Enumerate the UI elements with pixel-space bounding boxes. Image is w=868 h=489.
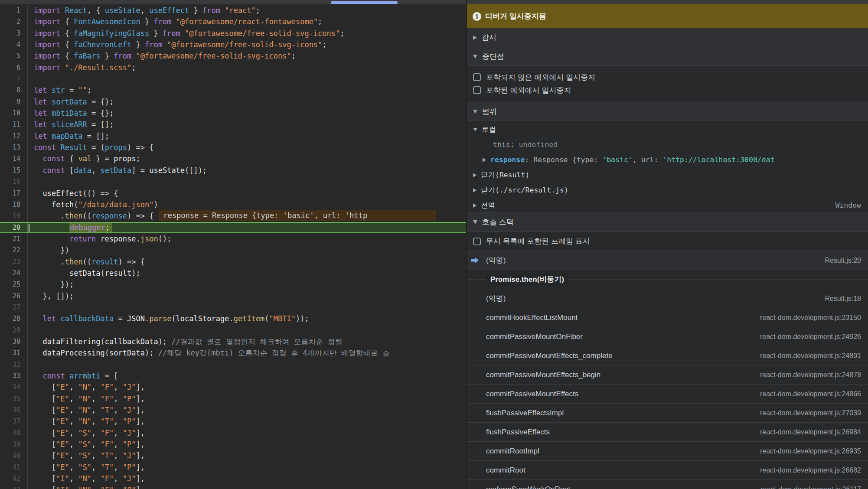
scope-group[interactable]: 닫기(./src/Result.js) bbox=[467, 183, 868, 198]
code-text: dataProcessing(sortData); //해당 key값(mbti… bbox=[28, 347, 467, 359]
code-token: = bbox=[114, 314, 127, 323]
line-number[interactable]: 18 bbox=[0, 199, 28, 210]
section-watch[interactable]: 감시 bbox=[467, 28, 868, 47]
scope-group[interactable]: 닫기(Result) bbox=[467, 167, 868, 183]
call-stack-frame[interactable]: commitHookEffectListMountreact-dom.devel… bbox=[467, 308, 868, 327]
line-number[interactable]: 27 bbox=[0, 302, 28, 313]
call-stack-frame-active[interactable]: (익명)Result.js:20 bbox=[467, 251, 868, 270]
call-stack-frame[interactable]: flushPassiveEffectsImplreact-dom.develop… bbox=[467, 404, 868, 423]
line-number[interactable]: 25 bbox=[0, 279, 28, 290]
line-number[interactable]: 39 bbox=[0, 439, 28, 450]
code-token: import bbox=[34, 29, 65, 38]
line-number[interactable]: 24 bbox=[0, 267, 28, 279]
line-number[interactable]: 12 bbox=[0, 130, 28, 142]
chevron-right-icon bbox=[483, 158, 486, 162]
checkbox-icon[interactable] bbox=[473, 86, 481, 94]
line-number[interactable]: 20 bbox=[0, 223, 28, 232]
line-number[interactable]: 2 bbox=[0, 16, 28, 27]
line-number[interactable]: 23 bbox=[0, 256, 28, 267]
line-number[interactable]: 37 bbox=[0, 416, 28, 427]
code-token: , bbox=[91, 429, 100, 437]
line-number[interactable]: 1 bbox=[0, 5, 28, 16]
ignore-list-checkbox-row[interactable]: 무시 목록에 포함된 프레임 표시 bbox=[467, 232, 868, 251]
line-number[interactable]: 36 bbox=[0, 404, 28, 416]
code-token: "E" bbox=[56, 406, 69, 414]
variable-preview: 'basic' bbox=[602, 156, 633, 164]
line-number[interactable]: 31 bbox=[0, 347, 28, 359]
code-line: 19 .then((response) => {response = Respo… bbox=[0, 210, 467, 222]
line-number[interactable]: 42 bbox=[0, 473, 28, 484]
line-number[interactable]: 28 bbox=[0, 313, 28, 324]
checkbox-icon[interactable] bbox=[473, 73, 481, 81]
code-token: arrmbti bbox=[69, 372, 101, 380]
breakpoint-option[interactable]: 포착되지 않은 예외에서 일시중지 bbox=[467, 71, 868, 84]
line-number[interactable]: 3 bbox=[0, 28, 28, 39]
call-stack-frame[interactable]: performSyncWorkOnRootreact-dom.developme… bbox=[467, 480, 868, 489]
call-stack-frame[interactable]: commitPassiveMountEffects_completereact-… bbox=[467, 346, 868, 365]
line-number[interactable]: 17 bbox=[0, 188, 28, 199]
code-token: val bbox=[78, 154, 91, 163]
scope-group[interactable]: 로컬 bbox=[467, 122, 868, 137]
line-number[interactable]: 8 bbox=[0, 85, 28, 96]
code-line: 12let mapData = []; bbox=[0, 130, 467, 142]
line-number[interactable]: 34 bbox=[0, 381, 28, 393]
scrollbar-thumb[interactable] bbox=[331, 1, 398, 4]
frame-location: react-dom.development.js:24878 bbox=[751, 371, 861, 379]
line-number[interactable]: 30 bbox=[0, 336, 28, 347]
call-stack-frame[interactable]: flushPassiveEffectsreact-dom.development… bbox=[467, 423, 868, 442]
line-number[interactable]: 19 bbox=[0, 210, 28, 222]
call-stack-frames: (익명)Result.js:20Promise.then(비동기)(익명)Res… bbox=[467, 251, 868, 489]
call-stack-frame[interactable]: commitPassiveMountEffectsreact-dom.devel… bbox=[467, 385, 868, 404]
line-number[interactable]: 41 bbox=[0, 462, 28, 473]
line-number[interactable]: 15 bbox=[0, 165, 28, 176]
code-line: 38 ["E", "S", "F", "J"], bbox=[0, 427, 467, 439]
scope-variable[interactable]: this: undefined bbox=[467, 137, 868, 152]
line-number[interactable]: 29 bbox=[0, 325, 28, 336]
code-token: "J" bbox=[123, 406, 136, 414]
line-number[interactable]: 7 bbox=[0, 73, 28, 85]
line-number[interactable]: 16 bbox=[0, 176, 28, 187]
line-number[interactable]: 26 bbox=[0, 290, 28, 302]
line-number[interactable]: 10 bbox=[0, 108, 28, 119]
call-stack-frame[interactable]: commitRootImplreact-dom.development.js:2… bbox=[467, 442, 868, 461]
breakpoint-option[interactable]: 포착된 예외에서 일시중지 bbox=[467, 84, 868, 97]
call-stack-frame[interactable]: commitPassiveMountOnFiberreact-dom.devel… bbox=[467, 327, 868, 346]
line-number[interactable]: 5 bbox=[0, 50, 28, 62]
checkbox-icon[interactable] bbox=[473, 238, 481, 245]
debugger-sidebar: i 디버거 일시중지됨 감시 중단점 포착되지 않은 예외에서 일시중지포착된 … bbox=[467, 0, 868, 489]
section-scope[interactable]: 범위 bbox=[467, 102, 868, 121]
line-number[interactable]: 38 bbox=[0, 427, 28, 439]
line-number[interactable]: 40 bbox=[0, 450, 28, 461]
line-number[interactable]: 4 bbox=[0, 39, 28, 50]
code-token: getItem bbox=[234, 314, 265, 323]
code-token: "N" bbox=[78, 394, 91, 403]
line-number[interactable]: 21 bbox=[0, 233, 28, 244]
line-number[interactable]: 33 bbox=[0, 370, 28, 381]
line-number[interactable]: 9 bbox=[0, 96, 28, 108]
call-stack-frame[interactable]: (익명)Result.js:18 bbox=[467, 289, 868, 308]
code-token: ; bbox=[340, 29, 344, 38]
section-call-stack[interactable]: 호출 스택 bbox=[467, 212, 868, 232]
call-stack-frame[interactable]: commitRootreact-dom.development.js:26682 bbox=[467, 461, 868, 480]
line-number[interactable]: 43 bbox=[0, 484, 28, 489]
section-breakpoints[interactable]: 중단점 bbox=[467, 47, 868, 66]
line-number[interactable]: 35 bbox=[0, 393, 28, 404]
code-token: ) => { bbox=[127, 212, 153, 220]
code-line: 4import { faChevronLeft } from "@fortawe… bbox=[0, 39, 467, 50]
line-number[interactable]: 13 bbox=[0, 142, 28, 153]
line-number[interactable]: 6 bbox=[0, 62, 28, 73]
scope-variable[interactable]: response: Response {type: 'basic', url: … bbox=[467, 152, 868, 167]
code-token: const bbox=[34, 143, 60, 152]
code-text: import { faChevronLeft } from "@fortawes… bbox=[28, 39, 467, 50]
line-number[interactable]: 22 bbox=[0, 244, 28, 256]
line-number[interactable]: 11 bbox=[0, 119, 28, 130]
line-number[interactable]: 14 bbox=[0, 153, 28, 164]
frame-name: flushPassiveEffectsImpl bbox=[486, 409, 564, 417]
code-token: . bbox=[145, 314, 149, 323]
code-text bbox=[28, 302, 467, 313]
scope-group[interactable]: 전역Window bbox=[467, 198, 868, 213]
scope-group-label: 전역 bbox=[481, 201, 495, 210]
call-stack-frame[interactable]: commitPassiveMountEffects_beginreact-dom… bbox=[467, 365, 868, 385]
line-number[interactable]: 32 bbox=[0, 359, 28, 370]
code-token: , { bbox=[87, 6, 105, 15]
